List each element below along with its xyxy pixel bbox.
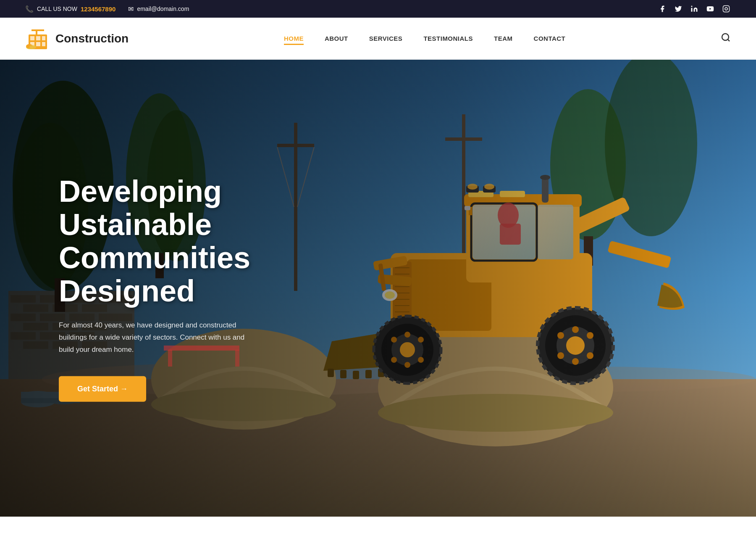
nav-link-about[interactable]: ABOUT	[325, 35, 348, 42]
call-label: CALL US NOW	[37, 5, 77, 12]
phone-icon: 📞	[25, 5, 34, 13]
email-icon: ✉	[128, 5, 134, 13]
navbar: Construction HOME ABOUT SERVICES TESTIMO…	[0, 18, 756, 60]
instagram-icon[interactable]	[722, 4, 731, 13]
svg-rect-6	[30, 36, 34, 40]
nav-menu: HOME ABOUT SERVICES TESTIMONIALS TEAM CO…	[284, 35, 565, 42]
phone-number[interactable]: 1234567890	[81, 5, 116, 13]
svg-rect-7	[36, 36, 40, 40]
svg-rect-2	[723, 6, 730, 12]
hero-section: Developing Ustainable Communities Design…	[0, 60, 756, 517]
logo-text: Construction	[55, 32, 129, 45]
get-started-button[interactable]: Get Started →	[59, 376, 146, 402]
facebook-icon[interactable]	[658, 4, 667, 13]
nav-item-about[interactable]: ABOUT	[325, 35, 348, 42]
nav-item-team[interactable]: TEAM	[494, 35, 513, 42]
top-bar-contact: 📞 CALL US NOW 1234567890 ✉ email@domain.…	[25, 5, 189, 13]
hero-content: Developing Ustainable Communities Design…	[59, 174, 260, 401]
social-links	[658, 4, 731, 13]
svg-line-18	[728, 40, 730, 41]
hero-title-line3: Communities	[59, 241, 250, 274]
email-item: ✉ email@domain.com	[128, 5, 189, 13]
nav-link-testimonials[interactable]: TESTIMONIALS	[423, 35, 473, 42]
hero-title-line4: Designed	[59, 274, 195, 308]
logo-icon	[25, 27, 50, 50]
nav-link-home[interactable]: HOME	[284, 35, 304, 45]
nav-link-services[interactable]: SERVICES	[369, 35, 403, 42]
nav-link-team[interactable]: TEAM	[494, 35, 513, 42]
hero-title-line1: Developing	[59, 174, 222, 208]
svg-point-3	[725, 8, 727, 10]
youtube-icon[interactable]	[706, 4, 715, 13]
top-bar: 📞 CALL US NOW 1234567890 ✉ email@domain.…	[0, 0, 756, 18]
nav-item-testimonials[interactable]: TESTIMONIALS	[423, 35, 473, 42]
hero-title: Developing Ustainable Communities Design…	[59, 174, 260, 308]
svg-rect-8	[42, 36, 45, 40]
svg-rect-13	[32, 29, 44, 31]
nav-item-services[interactable]: SERVICES	[369, 35, 403, 42]
logo[interactable]: Construction	[25, 27, 129, 50]
svg-rect-11	[42, 42, 45, 46]
nav-link-contact[interactable]: CONTACT	[534, 35, 566, 42]
svg-point-17	[722, 34, 729, 40]
linkedin-icon[interactable]	[690, 4, 699, 13]
hero-title-line2: Ustainable	[59, 207, 212, 241]
nav-item-contact[interactable]: CONTACT	[534, 35, 566, 42]
hero-subtitle: For almost 40 years, we have designed an…	[59, 319, 260, 356]
email-address[interactable]: email@domain.com	[137, 5, 189, 12]
svg-point-16	[29, 45, 36, 49]
twitter-icon[interactable]	[674, 4, 683, 13]
nav-item-home[interactable]: HOME	[284, 35, 304, 42]
svg-rect-10	[36, 42, 40, 46]
search-icon[interactable]	[721, 32, 731, 45]
svg-point-0	[691, 6, 693, 7]
phone-item: 📞 CALL US NOW 1234567890	[25, 5, 116, 13]
